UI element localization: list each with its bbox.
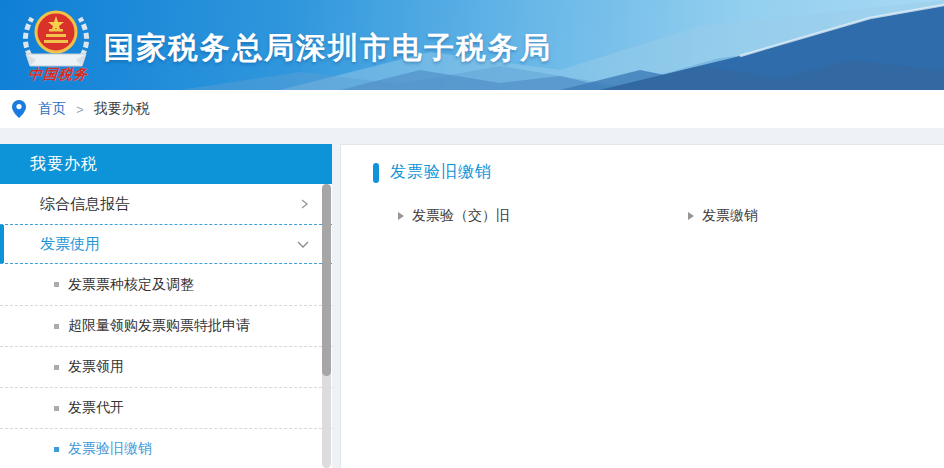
link-fapiaojiaoxiao[interactable]: 发票缴销 (688, 207, 944, 225)
sidebar-scrollbar-thumb[interactable] (322, 184, 331, 376)
site-title: 国家税务总局深圳市电子税务局 (104, 28, 552, 69)
title-accent-bar (373, 163, 379, 183)
logo-caption: 中国税务 (15, 66, 101, 84)
submenu-item-fapiaolingyong[interactable]: 发票领用 (0, 346, 332, 387)
submenu-item-fapiaoyanjiujiaoxiao[interactable]: 发票验旧缴销 (0, 428, 332, 468)
submenu-item-chaoxianliang[interactable]: 超限量领购发票购票特批申请 (0, 305, 332, 346)
sidebar-title: 我要办税 (0, 144, 332, 184)
submenu-item-label: 超限量领购发票购票特批申请 (68, 317, 250, 335)
submenu-item-label: 发票领用 (68, 358, 124, 376)
submenu-item-fapiaodaikai[interactable]: 发票代开 (0, 387, 332, 428)
tax-emblem-icon (14, 6, 98, 68)
service-link-label: 发票缴销 (702, 207, 758, 225)
bullet-icon (54, 324, 59, 329)
bullet-icon (54, 447, 59, 452)
page-body: 我要办税 综合信息报告 发票使用 发票票种核定及调整 超限量领购发票购票特批申请 (0, 128, 944, 468)
tax-bureau-logo: 中国税务 (14, 6, 98, 90)
breadcrumb-home-link[interactable]: 首页 (38, 100, 66, 118)
main-panel: 发票验旧缴销 发票验（交）旧 发票缴销 (340, 144, 944, 468)
bullet-icon (54, 282, 59, 287)
submenu-item-fapiaopiaozhongheding[interactable]: 发票票种核定及调整 (0, 264, 332, 305)
chevron-down-icon (296, 238, 310, 250)
sidebar-section-zonghexinxibaogao[interactable]: 综合信息报告 (0, 184, 332, 224)
section-title: 发票验旧缴销 (390, 162, 492, 183)
location-pin-icon (12, 100, 26, 118)
panel-title: 发票验旧缴销 (373, 162, 944, 183)
arrow-right-icon (688, 212, 694, 220)
sidebar-section-fapiaoshiyong[interactable]: 发票使用 (0, 224, 332, 264)
service-link-grid: 发票验（交）旧 发票缴销 (398, 207, 944, 225)
bullet-icon (54, 365, 59, 370)
breadcrumb: 首页 > 我要办税 (0, 90, 944, 128)
submenu-item-label: 发票代开 (68, 399, 124, 417)
sidebar-section-label: 综合信息报告 (40, 195, 130, 214)
breadcrumb-current: 我要办税 (94, 100, 150, 118)
breadcrumb-separator: > (76, 102, 84, 117)
service-link-label: 发票验（交）旧 (412, 207, 510, 225)
sidebar: 我要办税 综合信息报告 发票使用 发票票种核定及调整 超限量领购发票购票特批申请 (0, 144, 332, 468)
sidebar-scrollbar-track[interactable] (322, 184, 331, 468)
link-fapiaoyan-jiao-jiu[interactable]: 发票验（交）旧 (398, 207, 688, 225)
app-header: 中国税务 国家税务总局深圳市电子税务局 (0, 0, 944, 90)
sidebar-submenu: 发票票种核定及调整 超限量领购发票购票特批申请 发票领用 发票代开 发票验旧缴销 (0, 264, 332, 468)
submenu-item-label: 发票票种核定及调整 (68, 276, 194, 294)
chevron-right-icon (298, 198, 310, 210)
submenu-item-label: 发票验旧缴销 (68, 440, 152, 458)
sidebar-section-label: 发票使用 (40, 235, 100, 254)
arrow-right-icon (398, 212, 404, 220)
bullet-icon (54, 406, 59, 411)
